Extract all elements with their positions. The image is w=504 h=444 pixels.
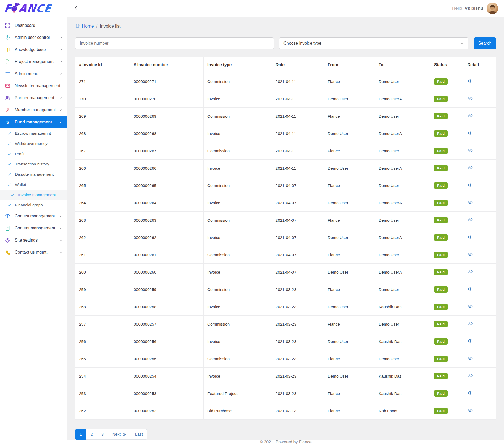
cell-from: Demo User	[324, 125, 375, 142]
cell-detail	[464, 194, 496, 212]
cell-to: Demo User	[375, 212, 430, 229]
cell-id: 260	[75, 264, 130, 281]
sidebar-subitem-profit[interactable]: Profit	[0, 149, 67, 159]
cell-from: Flance	[324, 73, 375, 90]
detail-eye-button[interactable]	[468, 252, 473, 257]
sidebar-subitem-wallet[interactable]: Wallet	[0, 179, 67, 190]
pagination-1[interactable]: 1	[75, 429, 86, 440]
sidebar-subitem-withdrawn-money[interactable]: Withdrawn money	[0, 138, 67, 149]
invoice-type-select[interactable]: Choose invoice type	[279, 37, 468, 49]
cell-type: Invoice	[203, 264, 272, 281]
cell-status: Paid	[430, 90, 464, 108]
detail-eye-button[interactable]	[468, 321, 473, 326]
detail-eye-button[interactable]	[468, 217, 473, 222]
footer: © 2021. Powered by Flance	[67, 440, 504, 444]
sidebar-subitem-invoice-management[interactable]: Invoice management	[0, 190, 67, 200]
detail-eye-button[interactable]	[468, 78, 473, 84]
pagination-next[interactable]: Next	[108, 429, 131, 440]
status-badge: Paid	[434, 234, 448, 241]
chevron-down-icon	[60, 84, 64, 88]
detail-eye-button[interactable]	[468, 269, 473, 274]
cell-to: Demo User	[375, 73, 430, 90]
detail-eye-button[interactable]	[468, 356, 473, 361]
detail-eye-button[interactable]	[468, 200, 473, 205]
user-icon	[5, 107, 10, 113]
cell-id: 263	[75, 212, 130, 229]
breadcrumb-home-link[interactable]: Home	[75, 23, 94, 29]
cell-type: Commission	[203, 177, 272, 194]
sidebar-item-content-management[interactable]: Content management	[0, 222, 67, 234]
detail-eye-button[interactable]	[468, 148, 473, 153]
cell-id: 257	[75, 316, 130, 333]
sidebar-collapse-button[interactable]	[72, 4, 81, 13]
detail-eye-button[interactable]	[468, 286, 473, 292]
pagination-label: 3	[101, 432, 104, 437]
sidebar-item-dashboard[interactable]: Dashboard	[0, 19, 67, 32]
sidebar-item-admin-menu[interactable]: Admin menu	[0, 68, 67, 80]
cell-date: 2021-04-11	[272, 142, 324, 160]
sidebar-item-contest-management[interactable]: Contest management	[0, 210, 67, 222]
sidebar-item-project-management[interactable]: Project management	[0, 56, 67, 68]
cell-number: 0000000259	[130, 281, 204, 298]
cell-to: Rob Facts	[375, 402, 430, 420]
sidebar-item-fund-management[interactable]: $Fund management	[0, 116, 67, 128]
pagination-last[interactable]: Last	[131, 429, 147, 440]
check-icon	[10, 192, 15, 197]
detail-eye-button[interactable]	[468, 113, 473, 118]
cell-status: Paid	[430, 229, 464, 246]
sidebar-subitem-escrow-managemnt[interactable]: Escrow managemnt	[0, 128, 67, 138]
detail-eye-button[interactable]	[468, 165, 473, 170]
cell-type: Commission	[203, 281, 272, 298]
chevron-down-icon	[59, 108, 63, 112]
cell-status: Paid	[430, 350, 464, 368]
cell-number: 0000000263	[130, 212, 204, 229]
pagination-2[interactable]: 2	[86, 429, 97, 440]
cell-type: Commission	[203, 142, 272, 160]
sidebar-item-member-management[interactable]: Member management	[0, 104, 67, 116]
cell-id: 265	[75, 177, 130, 194]
sidebar-item-contact-us-mgmt[interactable]: Contact us mgmt.	[0, 246, 67, 258]
cell-date: 2021-04-07	[272, 229, 324, 246]
detail-eye-button[interactable]	[468, 338, 473, 344]
detail-eye-button[interactable]	[468, 408, 473, 413]
status-badge: Paid	[434, 148, 448, 154]
sidebar-item-admin-user-control[interactable]: Admin user control	[0, 32, 67, 44]
status-badge: Paid	[434, 78, 448, 85]
sidebar-subitem-dispute-management[interactable]: Dispute management	[0, 169, 67, 179]
cell-date: 2021-03-13	[272, 402, 324, 420]
detail-eye-button[interactable]	[468, 234, 473, 240]
invoice-number-input[interactable]	[75, 37, 274, 49]
cell-type: Invoice	[203, 194, 272, 212]
invoice-row: 2630000000263Commission2021-04-07FlanceD…	[75, 212, 496, 229]
detail-eye-button[interactable]	[468, 96, 473, 101]
detail-eye-button[interactable]	[468, 182, 473, 188]
cell-number: 0000000255	[130, 350, 204, 368]
sidebar-item-site-settings[interactable]: Site settings	[0, 234, 67, 246]
chevron-down-icon	[59, 120, 63, 124]
cell-date: 2021-03-23	[272, 368, 324, 385]
cell-number: 0000000265	[130, 177, 204, 194]
cell-id: 264	[75, 194, 130, 212]
sidebar-item-newsletter-management[interactable]: Newsletter management	[0, 80, 67, 92]
user-avatar[interactable]	[487, 3, 498, 14]
detail-eye-button[interactable]	[468, 130, 473, 136]
search-button[interactable]: Search	[474, 37, 496, 49]
detail-eye-button[interactable]	[468, 390, 473, 396]
detail-eye-button[interactable]	[468, 373, 473, 378]
invoice-row: 2670000000267Commission2021-04-11FlanceD…	[75, 142, 496, 160]
cell-to: Kaushik Das	[375, 368, 430, 385]
cell-date: 2021-04-11	[272, 73, 324, 90]
detail-eye-button[interactable]	[468, 304, 473, 309]
sidebar-subitem-financial-graph[interactable]: Financial graph	[0, 200, 67, 210]
cell-type: Featured Project	[203, 385, 272, 402]
cell-status: Paid	[430, 402, 464, 420]
status-badge: Paid	[434, 252, 448, 258]
invoice-row: 2550000000255Commission2021-03-23FlanceD…	[75, 350, 496, 368]
pagination-3[interactable]: 3	[97, 429, 108, 440]
sidebar-subitem-transaction-history[interactable]: Transaction history	[0, 159, 67, 169]
sidebar-item-knowledge-base[interactable]: Knowledge base	[0, 44, 67, 56]
cell-number: 0000000253	[130, 385, 204, 402]
invoice-row: 2680000000268Invoice2021-04-11Demo UserD…	[75, 125, 496, 142]
sidebar-item-partner-management[interactable]: Partner management	[0, 92, 67, 104]
greeting-prefix: Hello,	[452, 6, 463, 11]
